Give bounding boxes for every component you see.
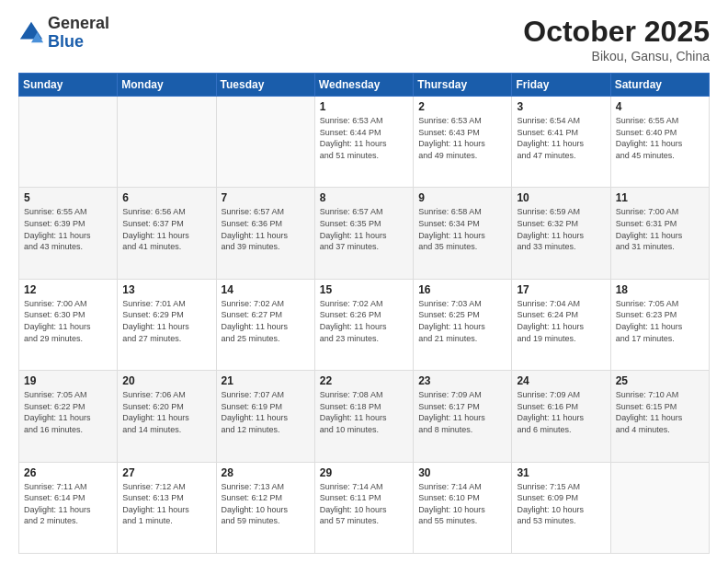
logo-text: General Blue xyxy=(48,15,109,52)
day-number: 11 xyxy=(616,191,704,204)
day-info: Sunrise: 7:07 AMSunset: 6:19 PMDaylight:… xyxy=(222,389,310,435)
day-info: Sunrise: 6:57 AMSunset: 6:35 PMDaylight:… xyxy=(320,206,408,252)
day-info: Sunrise: 6:55 AMSunset: 6:39 PMDaylight:… xyxy=(24,206,112,252)
day-number: 2 xyxy=(418,100,506,113)
logo-blue-text: Blue xyxy=(48,32,84,51)
day-info: Sunrise: 7:03 AMSunset: 6:25 PMDaylight:… xyxy=(418,298,506,344)
day-info: Sunrise: 7:02 AMSunset: 6:27 PMDaylight:… xyxy=(222,298,310,344)
calendar-cell: 7Sunrise: 6:57 AMSunset: 6:36 PMDaylight… xyxy=(216,188,314,279)
day-info: Sunrise: 6:59 AMSunset: 6:32 PMDaylight:… xyxy=(517,206,605,252)
calendar-cell: 18Sunrise: 7:05 AMSunset: 6:23 PMDayligh… xyxy=(610,279,709,370)
calendar-cell xyxy=(610,462,709,553)
calendar-cell: 21Sunrise: 7:07 AMSunset: 6:19 PMDayligh… xyxy=(216,371,314,462)
day-number: 4 xyxy=(616,100,704,113)
calendar-cell: 17Sunrise: 7:04 AMSunset: 6:24 PMDayligh… xyxy=(512,279,610,370)
calendar-cell: 29Sunrise: 7:14 AMSunset: 6:11 PMDayligh… xyxy=(314,462,413,553)
day-header-monday: Monday xyxy=(118,74,216,97)
day-info: Sunrise: 7:00 AMSunset: 6:30 PMDaylight:… xyxy=(24,298,112,344)
day-number: 1 xyxy=(320,100,408,113)
day-number: 23 xyxy=(418,374,506,387)
day-info: Sunrise: 6:56 AMSunset: 6:37 PMDaylight:… xyxy=(122,206,210,252)
calendar-cell: 28Sunrise: 7:13 AMSunset: 6:12 PMDayligh… xyxy=(216,462,314,553)
day-info: Sunrise: 7:09 AMSunset: 6:17 PMDaylight:… xyxy=(418,389,506,435)
title-block: October 2025 Bikou, Gansu, China xyxy=(523,15,710,63)
calendar-cell: 4Sunrise: 6:55 AMSunset: 6:40 PMDaylight… xyxy=(610,97,709,188)
day-number: 31 xyxy=(517,466,605,479)
day-info: Sunrise: 7:05 AMSunset: 6:23 PMDaylight:… xyxy=(616,298,704,344)
calendar-cell: 11Sunrise: 7:00 AMSunset: 6:31 PMDayligh… xyxy=(610,188,709,279)
calendar-table: SundayMondayTuesdayWednesdayThursdayFrid… xyxy=(18,73,710,554)
calendar-cell: 9Sunrise: 6:58 AMSunset: 6:34 PMDaylight… xyxy=(414,188,512,279)
week-row-2: 5Sunrise: 6:55 AMSunset: 6:39 PMDaylight… xyxy=(19,188,710,279)
day-number: 20 xyxy=(122,374,210,387)
header: General Blue October 2025 Bikou, Gansu, … xyxy=(18,15,710,63)
day-header-friday: Friday xyxy=(512,74,610,97)
calendar-cell: 3Sunrise: 6:54 AMSunset: 6:41 PMDaylight… xyxy=(512,97,610,188)
day-number: 7 xyxy=(222,191,310,204)
calendar-cell: 5Sunrise: 6:55 AMSunset: 6:39 PMDaylight… xyxy=(19,188,118,279)
day-number: 22 xyxy=(320,374,408,387)
day-number: 3 xyxy=(517,100,605,113)
day-info: Sunrise: 7:01 AMSunset: 6:29 PMDaylight:… xyxy=(122,298,210,344)
day-number: 6 xyxy=(122,191,210,204)
day-number: 15 xyxy=(320,283,408,296)
week-row-4: 19Sunrise: 7:05 AMSunset: 6:22 PMDayligh… xyxy=(19,371,710,462)
day-number: 5 xyxy=(24,191,112,204)
logo-general-text: General xyxy=(48,14,109,32)
day-info: Sunrise: 7:05 AMSunset: 6:22 PMDaylight:… xyxy=(24,389,112,435)
day-number: 29 xyxy=(320,466,408,479)
calendar-cell: 16Sunrise: 7:03 AMSunset: 6:25 PMDayligh… xyxy=(414,279,512,370)
calendar-cell: 27Sunrise: 7:12 AMSunset: 6:13 PMDayligh… xyxy=(118,462,216,553)
day-number: 19 xyxy=(24,374,112,387)
day-info: Sunrise: 7:02 AMSunset: 6:26 PMDaylight:… xyxy=(320,298,408,344)
page: General Blue October 2025 Bikou, Gansu, … xyxy=(0,0,728,563)
day-info: Sunrise: 7:08 AMSunset: 6:18 PMDaylight:… xyxy=(320,389,408,435)
calendar-location: Bikou, Gansu, China xyxy=(523,49,710,63)
day-number: 17 xyxy=(517,283,605,296)
day-number: 18 xyxy=(616,283,704,296)
day-header-saturday: Saturday xyxy=(610,74,709,97)
day-info: Sunrise: 7:13 AMSunset: 6:12 PMDaylight:… xyxy=(222,481,310,527)
day-number: 26 xyxy=(24,466,112,479)
day-number: 28 xyxy=(222,466,310,479)
day-number: 12 xyxy=(24,283,112,296)
calendar-cell: 20Sunrise: 7:06 AMSunset: 6:20 PMDayligh… xyxy=(118,371,216,462)
day-number: 16 xyxy=(418,283,506,296)
calendar-cell: 6Sunrise: 6:56 AMSunset: 6:37 PMDaylight… xyxy=(118,188,216,279)
day-number: 25 xyxy=(616,374,704,387)
calendar-cell: 13Sunrise: 7:01 AMSunset: 6:29 PMDayligh… xyxy=(118,279,216,370)
day-info: Sunrise: 6:57 AMSunset: 6:36 PMDaylight:… xyxy=(222,206,310,252)
day-info: Sunrise: 6:53 AMSunset: 6:44 PMDaylight:… xyxy=(320,115,408,161)
day-number: 30 xyxy=(418,466,506,479)
day-number: 8 xyxy=(320,191,408,204)
day-header-thursday: Thursday xyxy=(414,74,512,97)
day-info: Sunrise: 6:54 AMSunset: 6:41 PMDaylight:… xyxy=(517,115,605,161)
day-info: Sunrise: 7:14 AMSunset: 6:10 PMDaylight:… xyxy=(418,481,506,527)
day-info: Sunrise: 7:15 AMSunset: 6:09 PMDaylight:… xyxy=(517,481,605,527)
calendar-cell: 25Sunrise: 7:10 AMSunset: 6:15 PMDayligh… xyxy=(610,371,709,462)
header-row: SundayMondayTuesdayWednesdayThursdayFrid… xyxy=(19,74,710,97)
calendar-cell: 22Sunrise: 7:08 AMSunset: 6:18 PMDayligh… xyxy=(314,371,413,462)
day-info: Sunrise: 7:09 AMSunset: 6:16 PMDaylight:… xyxy=(517,389,605,435)
day-info: Sunrise: 7:14 AMSunset: 6:11 PMDaylight:… xyxy=(320,481,408,527)
day-info: Sunrise: 7:00 AMSunset: 6:31 PMDaylight:… xyxy=(616,206,704,252)
calendar-cell: 23Sunrise: 7:09 AMSunset: 6:17 PMDayligh… xyxy=(414,371,512,462)
calendar-cell xyxy=(19,97,118,188)
week-row-5: 26Sunrise: 7:11 AMSunset: 6:14 PMDayligh… xyxy=(19,462,710,553)
day-header-wednesday: Wednesday xyxy=(314,74,413,97)
day-info: Sunrise: 7:10 AMSunset: 6:15 PMDaylight:… xyxy=(616,389,704,435)
day-header-tuesday: Tuesday xyxy=(216,74,314,97)
day-info: Sunrise: 6:53 AMSunset: 6:43 PMDaylight:… xyxy=(418,115,506,161)
calendar-cell: 24Sunrise: 7:09 AMSunset: 6:16 PMDayligh… xyxy=(512,371,610,462)
day-info: Sunrise: 7:11 AMSunset: 6:14 PMDaylight:… xyxy=(24,481,112,527)
day-info: Sunrise: 6:58 AMSunset: 6:34 PMDaylight:… xyxy=(418,206,506,252)
day-info: Sunrise: 6:55 AMSunset: 6:40 PMDaylight:… xyxy=(616,115,704,161)
calendar-cell: 15Sunrise: 7:02 AMSunset: 6:26 PMDayligh… xyxy=(314,279,413,370)
calendar-cell: 31Sunrise: 7:15 AMSunset: 6:09 PMDayligh… xyxy=(512,462,610,553)
week-row-3: 12Sunrise: 7:00 AMSunset: 6:30 PMDayligh… xyxy=(19,279,710,370)
calendar-cell: 1Sunrise: 6:53 AMSunset: 6:44 PMDaylight… xyxy=(314,97,413,188)
day-number: 21 xyxy=(222,374,310,387)
day-number: 14 xyxy=(222,283,310,296)
day-info: Sunrise: 7:04 AMSunset: 6:24 PMDaylight:… xyxy=(517,298,605,344)
calendar-cell: 14Sunrise: 7:02 AMSunset: 6:27 PMDayligh… xyxy=(216,279,314,370)
